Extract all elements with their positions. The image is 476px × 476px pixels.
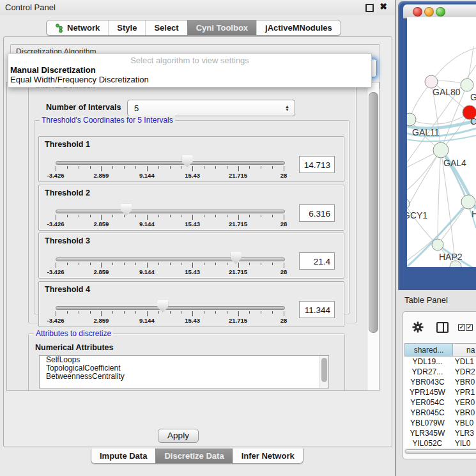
slider-track[interactable] [56, 306, 285, 310]
number-of-intervals-combobox[interactable]: 5 ▲▼ [127, 100, 295, 116]
column-header-shared[interactable]: shared... [404, 343, 453, 357]
threshold-label: Threshold 2 [45, 188, 90, 197]
tick-mark [56, 215, 56, 220]
gear-icon[interactable] [412, 321, 424, 333]
number-of-intervals-label: Number of Intervals [46, 103, 121, 112]
settings-scrollbar-thumb[interactable] [369, 92, 378, 333]
tick-mark [272, 263, 273, 265]
table-hscroll-thumb[interactable] [405, 449, 476, 454]
attributes-group-title: Attributes to discretize [34, 329, 113, 338]
table-row[interactable]: YPR145WYPR1 [404, 388, 476, 398]
tick-mark [56, 263, 56, 268]
dropdown-option-manual-discretization[interactable]: Manual Discretization [8, 65, 371, 75]
control-panel-window: Control Panel ✖ NetworkStyleSelectCyni T… [0, 0, 396, 476]
float-window-icon[interactable] [365, 4, 374, 12]
tick-mark [215, 166, 216, 169]
cell-shared-name: YBR045C [404, 408, 450, 418]
table-header-row: shared... na [404, 343, 476, 357]
numerical-attributes-list[interactable]: SelfLoopsTopologicalCoefficientBetweenne… [39, 355, 329, 388]
tab-cyni-toolbox[interactable]: Cyni Toolbox [187, 20, 256, 35]
table-row[interactable]: YDL19...YDL1 [404, 357, 476, 367]
threshold-value-field[interactable]: 21.4 [299, 252, 335, 270]
table-horizontal-scrollbar[interactable] [404, 449, 476, 454]
apply-button[interactable]: Apply [158, 429, 199, 443]
tab-style[interactable]: Style [108, 20, 145, 35]
tab-jactivemnodules[interactable]: jActiveMNodules [256, 20, 341, 35]
tick-mark [272, 215, 273, 217]
tick-label: 9.144 [139, 317, 155, 324]
tick-mark [101, 215, 102, 220]
tick-label: 15.43 [185, 220, 200, 227]
tick-mark [101, 311, 102, 316]
network-graph: GAL80GACGAL11GAL4GCY1HHAP2 [407, 17, 476, 267]
tick-mark [158, 263, 159, 265]
network-edge [410, 112, 470, 124]
tab-infer-network[interactable]: Infer Network [233, 449, 303, 463]
tick-mark [249, 311, 250, 314]
close-traffic-light-icon[interactable] [413, 7, 422, 17]
slider-track[interactable] [56, 210, 285, 213]
table-row[interactable]: YBR043CYBR0 [404, 378, 476, 388]
table-row[interactable]: YER054CYER0 [404, 398, 476, 408]
tick-mark [135, 166, 136, 169]
network-node-hap2[interactable] [432, 239, 443, 250]
column-header-name[interactable]: na [453, 343, 476, 357]
tick-mark [170, 215, 171, 217]
table-row[interactable]: YIL052CYIL0 [404, 439, 476, 448]
tick-mark [79, 311, 79, 314]
tab-discretize-data[interactable]: Discretize Data [155, 449, 232, 463]
tick-mark [284, 263, 284, 268]
threshold-value-field[interactable]: 14.713 [299, 156, 335, 173]
network-canvas[interactable]: GAL80GACGAL11GAL4GCY1HHAP2 [407, 17, 476, 267]
tick-mark [181, 311, 181, 314]
cell-shared-name: YIL052C [404, 439, 450, 448]
network-node-gal11[interactable] [407, 113, 416, 126]
tick-mark [124, 215, 125, 217]
network-node-gal4[interactable] [433, 142, 449, 158]
table-body[interactable]: YDL19...YDL1YDR27...YDR2YBR043CYBR0YPR14… [404, 357, 476, 448]
attributes-scrollbar[interactable] [319, 356, 328, 388]
tab-network[interactable]: Network [47, 20, 108, 35]
network-node-gal80[interactable] [425, 75, 438, 88]
tick-mark [261, 215, 261, 217]
node-label: GAL11 [412, 127, 440, 137]
table-row[interactable]: YBR045CYBR0 [404, 408, 476, 418]
tick-label: 21.715 [229, 317, 247, 324]
tick-mark [79, 166, 79, 169]
tick-mark [90, 166, 91, 169]
slider-ticks [56, 215, 284, 220]
threshold-panel-2: Threshold 2-3.4262.8599.14415.4321.71528… [38, 185, 344, 231]
cell-name: YDR2 [450, 367, 476, 378]
slider-track[interactable] [56, 257, 285, 261]
network-node-h[interactable] [461, 195, 475, 209]
checkbox-icon[interactable]: ✓ [466, 324, 473, 331]
table-row[interactable]: YDR27...YDR2 [404, 367, 476, 378]
threshold-label: Threshold 1 [45, 140, 90, 149]
dropdown-option-equal-width-frequency-discretization[interactable]: Equal Width/Frequency Discretization [8, 75, 371, 84]
cell-shared-name: YER054C [404, 398, 450, 408]
zoom-traffic-light-icon[interactable] [436, 7, 445, 17]
network-edge [407, 150, 441, 193]
network-window-titlebar [403, 4, 476, 19]
checkbox-icon[interactable]: ✓ [458, 324, 465, 331]
network-node-gcy1[interactable] [407, 199, 410, 209]
tab-impute-data[interactable]: Impute Data [91, 449, 155, 463]
slider-track[interactable] [56, 161, 285, 165]
tab-select[interactable]: Select [145, 20, 187, 35]
settings-scrollbar[interactable] [367, 82, 379, 390]
column-layout-icon[interactable] [436, 322, 449, 333]
tick-mark [124, 166, 125, 169]
attribute-item-betweennesscentrality[interactable]: BetweennessCentrality [40, 372, 328, 381]
tick-mark [181, 166, 181, 169]
cell-shared-name: YLR345W [404, 429, 450, 439]
minimize-traffic-light-icon[interactable] [424, 7, 434, 17]
table-row[interactable]: YBL079WYBL0 [404, 418, 476, 429]
tick-mark [147, 311, 148, 316]
attributes-scrollbar-thumb[interactable] [321, 358, 327, 382]
close-icon[interactable]: ✖ [380, 1, 387, 12]
threshold-value-field[interactable]: 11.344 [299, 301, 335, 318]
threshold-value-field[interactable]: 6.316 [299, 204, 335, 222]
table-row[interactable]: YLR345WYLR3 [404, 429, 476, 439]
numerical-attributes-label: Numerical Attributes [35, 343, 113, 352]
network-node-ga[interactable] [461, 79, 473, 91]
